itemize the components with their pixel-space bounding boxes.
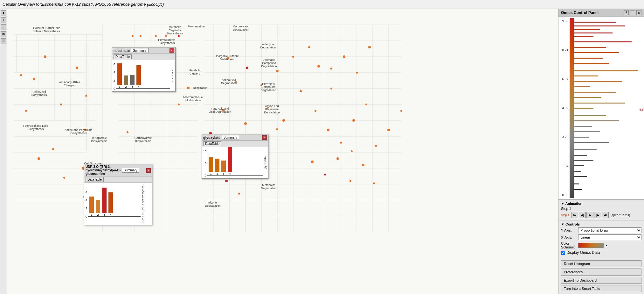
reset-histogram-button[interactable]: Reset Histogram [561, 260, 641, 267]
preferences-button[interactable]: Preferences... [561, 269, 641, 276]
h-bar-row-19 [574, 115, 606, 116]
succinate-bar-2 [124, 75, 128, 85]
anim-end[interactable]: ⏭ [602, 212, 609, 218]
glyoxylate-y-label: glyoxylate [264, 156, 267, 169]
glyoxylate-tab-datatable[interactable]: DataTable [203, 141, 221, 146]
svg-point-93 [225, 180, 228, 182]
glyoxylate-bar-4 [228, 147, 232, 172]
animation-section-title: Animation [561, 202, 641, 205]
h-bar-row-24 [574, 142, 609, 143]
panel-help-btn[interactable]: ? [624, 10, 629, 15]
h-bar-row-17 [574, 103, 625, 104]
h-bar-row-25 [574, 149, 597, 150]
color-scheme-row: Color Scheme: ▲ [561, 241, 641, 249]
succinate-tabs: DataTable [112, 54, 175, 60]
smart-table-button[interactable]: Turn Into a Smart Table [561, 285, 641, 292]
color-scheme-arrow[interactable]: ▲ [605, 244, 608, 247]
svg-point-98 [343, 55, 345, 58]
succinate-y-label: succinate [171, 70, 174, 82]
x-axis-select[interactable]: Linear Log [578, 234, 641, 240]
label-aminoacyl: Aminoacyl-tRNA Charging [55, 81, 84, 87]
h-bar-row-2 [574, 25, 625, 26]
svg-point-84 [276, 70, 279, 72]
label-alcohol-deg: Alcohol Degradation [202, 201, 224, 207]
svg-point-106 [311, 161, 314, 163]
h-bar-row-13 [574, 81, 622, 82]
succinate-y-tick-4: 4 [114, 71, 115, 74]
glyoxylate-popup: glyoxylate Summary × DataTable 10 5 0 [202, 134, 268, 179]
anim-play[interactable]: ▶ [586, 212, 593, 218]
label-carboxylate: Carboxylate Degradation [228, 25, 253, 31]
svg-point-74 [165, 35, 167, 37]
svg-point-61 [60, 104, 62, 105]
udp-tabs: DataTable [84, 176, 152, 183]
succinate-tab-summary[interactable]: Summary [131, 48, 149, 53]
label-cofactor: Cofactor, Carrier, and Vitamin Biosynthe… [32, 26, 61, 33]
udp-tab-summary[interactable]: Summary [122, 168, 139, 173]
label-polymeric: Polymeric Compound Degradation [256, 82, 281, 92]
label-aromatic: Aromatic Compound Degradation [257, 58, 281, 68]
succinate-tab-datatable[interactable]: DataTable [114, 54, 132, 59]
glyoxylate-y-tick-5: 5 [203, 162, 206, 165]
svg-point-110 [362, 164, 364, 166]
panel-minimize-btn[interactable]: − [630, 10, 635, 15]
toolbar-zoom-in[interactable]: + [1, 17, 6, 23]
y-axis-select[interactable]: Proportional Drag Linear Log [578, 227, 641, 233]
svg-point-101 [315, 110, 316, 112]
toolbar-up[interactable]: ⬆ [1, 10, 6, 16]
h-bar-row-31 [574, 183, 579, 184]
map-area[interactable]: Cofactor, Carrier, and Vitamin Biosynthe… [7, 9, 558, 294]
anim-prev[interactable]: ◀| [579, 212, 586, 218]
svg-point-104 [352, 119, 355, 122]
network-svg [7, 9, 558, 294]
svg-point-79 [178, 104, 180, 105]
y-tick-164: 1.64 [562, 164, 568, 168]
succinate-bar-1 [117, 63, 122, 85]
h-bar-row-18 [574, 108, 593, 109]
glyoxylate-close[interactable]: × [262, 135, 267, 140]
h-bar-row-29 [574, 171, 581, 172]
panel-close-btn[interactable]: × [636, 10, 641, 15]
succinate-y-tick-6: 6 [114, 63, 115, 66]
display-omics-checkbox[interactable] [561, 251, 565, 255]
svg-point-102 [327, 129, 329, 131]
y-tick-0: 0.00 [562, 193, 568, 197]
export-dashboard-button[interactable]: Export To Dashboard [561, 277, 641, 284]
udp-close[interactable]: × [146, 168, 151, 173]
udp-popup: UDP-3-O-[(3R)-3-hydroxymyristoyl]-α-D-gl… [84, 164, 152, 225]
y-axis-label: Y-Axis: [561, 228, 577, 232]
h-bar-row-1 [574, 22, 616, 23]
succinate-bar-3 [130, 75, 135, 85]
glyoxylate-tabs: DataTable [202, 141, 268, 147]
svg-point-66 [38, 157, 40, 160]
glyoxylate-tab-summary[interactable]: Summary [222, 135, 239, 140]
udp-chart: 6 4 2 0 1 [84, 183, 152, 225]
anim-next[interactable]: |▶ [594, 212, 601, 218]
succinate-close[interactable]: × [170, 48, 174, 53]
svg-marker-116 [330, 67, 332, 69]
label-fatty-deg: Fatty Acid and Lipid Degradation [208, 107, 232, 113]
map-canvas: Cofactor, Carrier, and Vitamin Biosynthe… [7, 9, 558, 294]
toolbar-zoom-out[interactable]: − [1, 24, 6, 30]
controls-section-title: Controls [561, 222, 641, 226]
udp-y-tick-6: 6 [86, 191, 87, 194]
h-bar-row-23 [574, 137, 589, 138]
succinate-header: succinate Summary × [112, 47, 175, 54]
svg-point-107 [324, 174, 326, 176]
h-bar-row-32 [574, 189, 582, 190]
toolbar-menu[interactable]: ☰ [1, 38, 6, 44]
udp-tab-datatable[interactable]: DataTable [86, 177, 104, 182]
title-italic: Escherichia coli K-12 substr. MG1655 ref… [42, 2, 164, 7]
udp-bar-1 [89, 197, 94, 213]
anim-rewind[interactable]: ⏮ [571, 212, 578, 218]
svg-point-97 [330, 88, 332, 90]
label-amino-deg: Amino Acid Degradation [217, 78, 241, 85]
toolbar-fit[interactable]: ⊞ [1, 31, 6, 37]
label-metabolic-clust: Metabolic Clusters [184, 69, 205, 75]
svg-point-85 [292, 56, 294, 58]
svg-point-65 [25, 110, 27, 112]
succinate-chart: 6 4 2 0 1 [112, 60, 175, 91]
color-scheme-bar[interactable] [578, 243, 604, 248]
label-polyp: Polyisoprenyl Biosynthesis [154, 38, 179, 45]
h-bar-row-9 [574, 58, 603, 59]
